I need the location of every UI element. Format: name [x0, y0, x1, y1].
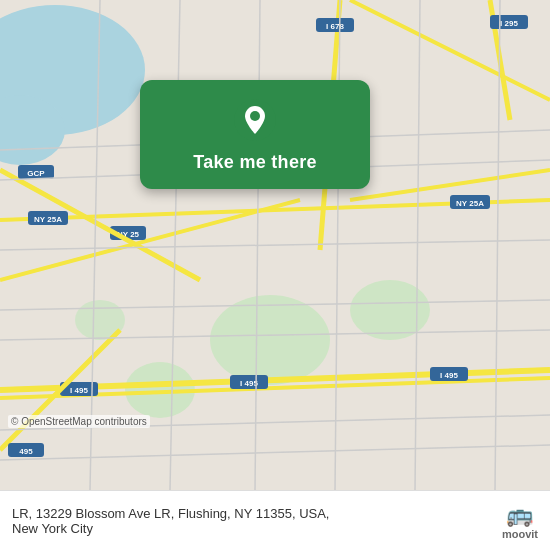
svg-text:I 495: I 495 [440, 371, 458, 380]
address-line1: LR, 13229 Blossom Ave LR, Flushing, NY 1… [12, 506, 329, 521]
svg-point-53 [250, 111, 260, 121]
svg-text:I 295: I 295 [500, 19, 518, 28]
location-pin-icon [233, 98, 277, 142]
osm-credit: © OpenStreetMap contributors [8, 415, 150, 428]
bottom-bar: LR, 13229 Blossom Ave LR, Flushing, NY 1… [0, 490, 550, 550]
address-block: LR, 13229 Blossom Ave LR, Flushing, NY 1… [12, 506, 329, 536]
map-container: I 495 I 495 I 495 I 678 I 295 NY 25A NY … [0, 0, 550, 490]
svg-text:495: 495 [19, 447, 33, 456]
moovit-label: moovit [502, 528, 538, 540]
svg-text:GCP: GCP [27, 169, 45, 178]
moovit-logo: 🚌 moovit [502, 502, 538, 540]
svg-text:NY 25A: NY 25A [34, 215, 62, 224]
moovit-icon: 🚌 [506, 502, 533, 528]
svg-text:NY 25A: NY 25A [456, 199, 484, 208]
svg-point-5 [210, 295, 330, 385]
take-me-there-label: Take me there [193, 152, 317, 173]
svg-point-6 [350, 280, 430, 340]
address-line2: New York City [12, 521, 329, 536]
take-me-there-button[interactable]: Take me there [140, 80, 370, 189]
svg-text:I 678: I 678 [326, 22, 344, 31]
svg-text:I 495: I 495 [70, 386, 88, 395]
